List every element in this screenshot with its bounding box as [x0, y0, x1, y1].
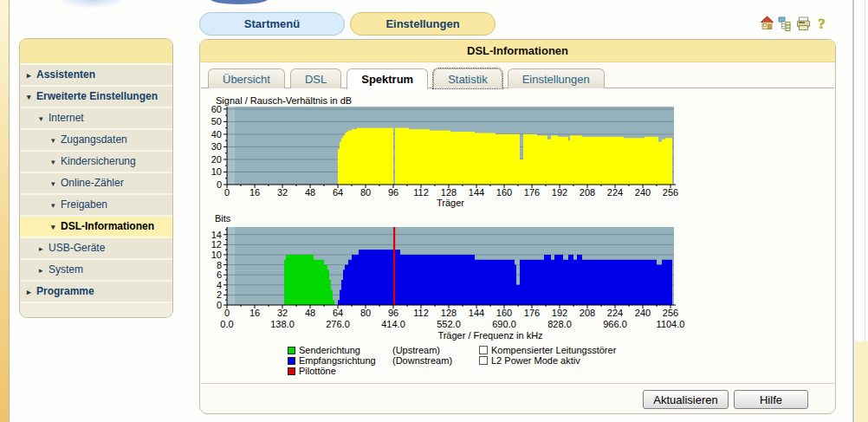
logo-fragment: [57, 0, 126, 9]
chevron-right-icon: ▸: [27, 66, 36, 86]
refresh-button[interactable]: Aktualisieren: [643, 390, 729, 409]
status-checkbox[interactable]: [479, 356, 488, 365]
svg-text:160: 160: [496, 308, 512, 318]
tab-spektrum[interactable]: Spektrum: [347, 68, 428, 89]
page-title: DSL-Informationen: [200, 40, 835, 62]
legend-label: Pilottöne: [299, 366, 336, 376]
tab-strip: ÜbersichtDSLSpektrumStatistikEinstellung…: [208, 68, 605, 88]
svg-text:64: 64: [333, 308, 343, 318]
sidebar-item-3[interactable]: ▾Zugangsdaten: [20, 130, 172, 152]
legend-swatch: [288, 347, 295, 354]
legend-swatch: [288, 357, 295, 365]
svg-text:96: 96: [388, 187, 398, 198]
svg-text:112: 112: [413, 187, 429, 198]
svg-text:Träger / Frequenz in kHz: Träger / Frequenz in kHz: [437, 330, 542, 341]
quick-icons: ?: [760, 16, 827, 33]
svg-text:160: 160: [496, 187, 512, 198]
sitemap-icon[interactable]: [778, 16, 793, 31]
svg-text:64: 64: [333, 187, 343, 198]
svg-text:176: 176: [524, 308, 540, 318]
home-icon[interactable]: [760, 16, 774, 31]
svg-text:240: 240: [635, 187, 651, 198]
sidebar-item-label: Programme: [36, 285, 94, 297]
bits-chart: 0246810121401632486480961121281441601761…: [204, 224, 690, 343]
sidebar-header: [20, 39, 172, 65]
chart-legend: Senderichtung(Upstream)Kompensierter Lei…: [288, 345, 825, 376]
svg-text:208: 208: [580, 187, 595, 198]
tab-dsl[interactable]: DSL: [290, 68, 341, 88]
chevron-right-icon: ▸: [39, 261, 49, 281]
legend-row: Pilottöne: [288, 366, 825, 376]
svg-text:10: 10: [211, 166, 222, 177]
svg-text:0: 0: [217, 300, 222, 310]
svg-text:138.0: 138.0: [270, 319, 295, 329]
sidebar-item-1[interactable]: ▾Erweiterte Einstellungen: [20, 87, 172, 108]
sidebar-item-2[interactable]: ▾Internet: [20, 108, 172, 130]
svg-text:4: 4: [217, 280, 222, 290]
sidebar-item-0[interactable]: ▸Assistenten: [20, 65, 172, 87]
help-icon[interactable]: ?: [814, 16, 829, 31]
snr-chart: 0102030405060016324864809611212814416017…: [204, 105, 690, 209]
status-checkbox[interactable]: [479, 346, 488, 354]
print-icon[interactable]: [796, 16, 811, 31]
tab-bersicht[interactable]: Übersicht: [208, 68, 285, 88]
page-edge-yellow: [855, 341, 868, 422]
svg-text:276.0: 276.0: [326, 319, 350, 329]
tab-einstellungen[interactable]: Einstellungen: [508, 68, 605, 88]
legend-direction-label: (Downstream): [392, 355, 479, 366]
svg-text:256: 256: [663, 308, 678, 318]
svg-text:60: 60: [211, 105, 222, 114]
svg-text:16: 16: [249, 187, 260, 198]
svg-text:0: 0: [224, 187, 230, 198]
chevron-down-icon: ▾: [51, 196, 61, 216]
legend-swatch: [288, 367, 295, 375]
svg-text:50: 50: [211, 116, 222, 127]
status-checkbox-label: L2 Power Mode aktiv: [491, 355, 580, 366]
svg-text:690.0: 690.0: [492, 319, 516, 329]
chevron-right-icon: ▸: [39, 239, 49, 259]
svg-text:32: 32: [277, 308, 288, 318]
svg-text:48: 48: [305, 187, 315, 198]
svg-text:144: 144: [469, 308, 484, 318]
tab-statistik[interactable]: Statistik: [433, 68, 502, 88]
sidebar-item-label: Kindersicherung: [61, 155, 136, 167]
svg-text:0: 0: [224, 308, 230, 318]
sidebar-item-7[interactable]: ▾DSL-Informationen: [20, 217, 172, 238]
svg-text:192: 192: [552, 187, 567, 198]
svg-text:32: 32: [277, 187, 288, 198]
sidebar-item-8[interactable]: ▸USB-Geräte: [20, 238, 172, 260]
einstellungen-button[interactable]: Einstellungen: [350, 12, 496, 36]
chevron-down-icon: ▾: [27, 88, 36, 107]
sidebar-item-label: System: [49, 263, 83, 276]
svg-text:80: 80: [360, 187, 371, 198]
sidebar-item-5[interactable]: ▾Online-Zähler: [20, 173, 172, 195]
sidebar-item-9[interactable]: ▸System: [20, 260, 172, 282]
svg-text:128: 128: [441, 308, 457, 318]
status-checkbox-label: Kompensierter Leitungsstörer: [491, 345, 616, 355]
sidebar-item-6[interactable]: ▾Freigaben: [20, 195, 172, 217]
svg-text:96: 96: [388, 308, 398, 318]
startmenu-button[interactable]: Startmenü: [199, 12, 345, 36]
svg-text:414.0: 414.0: [381, 319, 405, 329]
sidebar-footer: [20, 303, 172, 317]
help-button[interactable]: Hilfe: [734, 390, 808, 409]
sidebar-item-label: Assistenten: [36, 68, 95, 81]
svg-text:8: 8: [217, 260, 222, 270]
chevron-down-icon: ▾: [51, 131, 61, 151]
svg-text:192: 192: [552, 308, 567, 318]
legend-row: Senderichtung(Upstream)Kompensierter Lei…: [288, 345, 825, 355]
sidebar-item-10[interactable]: ▸Programme: [20, 282, 172, 303]
svg-text:Träger: Träger: [437, 198, 464, 208]
svg-text:224: 224: [607, 187, 623, 198]
sidebar-item-label: Erweiterte Einstellungen: [36, 90, 158, 102]
svg-text:176: 176: [524, 187, 540, 198]
svg-text:256: 256: [663, 187, 678, 198]
svg-text:144: 144: [469, 187, 484, 198]
svg-text:828.0: 828.0: [547, 319, 572, 329]
svg-text:30: 30: [211, 141, 222, 152]
sidebar-nav: ▸Assistenten▾Erweiterte Einstellungen▾In…: [19, 38, 173, 318]
fritzbox-page: Startmenü Einstellungen: [0, 0, 868, 422]
svg-text:128: 128: [441, 187, 457, 198]
sidebar-item-label: Online-Zähler: [61, 177, 124, 189]
sidebar-item-4[interactable]: ▾Kindersicherung: [20, 152, 172, 173]
